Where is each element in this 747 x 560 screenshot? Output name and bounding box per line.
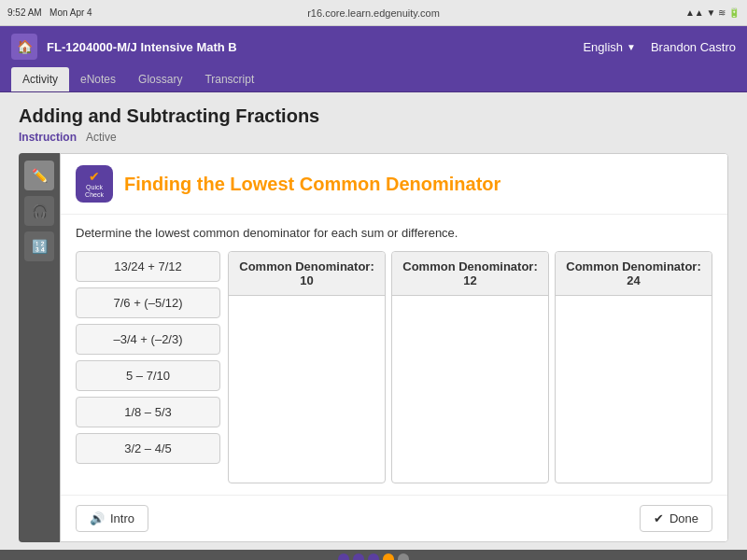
app-header: 🏠 FL-1204000-M/J Intensive Math B Englis…	[0, 26, 747, 67]
drop-column-10[interactable]: Common Denominator: 10	[228, 251, 386, 483]
check-mark-icon: ✔	[89, 170, 100, 183]
column-body-24[interactable]	[556, 296, 712, 483]
intro-button[interactable]: 🔊 Intro	[76, 505, 148, 532]
drop-columns: Common Denominator: 10 Common Denominato…	[228, 251, 712, 483]
fraction-item[interactable]: –3/4 + (–2/3)	[76, 324, 220, 355]
language-selector[interactable]: English ▼	[583, 40, 636, 54]
course-title: FL-1204000-M/J Intensive Math B	[47, 40, 583, 54]
fraction-item[interactable]: 13/24 + 7/12	[76, 251, 220, 282]
quick-check-badge: ✔ QuickCheck	[76, 165, 113, 203]
tab-transcript[interactable]: Transcript	[193, 67, 265, 91]
column-body-12[interactable]	[392, 296, 548, 483]
main-content: Adding and Subtracting Fractions Instruc…	[0, 92, 747, 550]
nav-tabs: Activity eNotes Glossary Transcript	[0, 67, 747, 92]
content-wrapper: ✏️ 🎧 🔢 ✔ QuickCheck Finding the Lowest C…	[19, 153, 728, 542]
intro-label: Intro	[110, 511, 134, 525]
card-footer: 🔊 Intro ✔ Done	[61, 495, 727, 541]
progress-dot[interactable]	[368, 553, 379, 560]
card-title: Finding the Lowest Common Denominator	[124, 174, 500, 195]
column-header-12: Common Denominator: 12	[392, 252, 548, 296]
fraction-item[interactable]: 5 – 7/10	[76, 360, 220, 391]
language-label: English	[583, 40, 623, 54]
drag-drop-area: 13/24 + 7/12 7/6 + (–5/12) –3/4 + (–2/3)…	[76, 251, 712, 483]
done-button[interactable]: ✔ Done	[640, 505, 712, 532]
breadcrumb-status: Active	[86, 131, 117, 144]
column-header-10: Common Denominator: 10	[229, 252, 385, 296]
card-header: ✔ QuickCheck Finding the Lowest Common D…	[61, 154, 727, 215]
chevron-down-icon: ▼	[627, 42, 636, 52]
browser-bar: 9:52 AM Mon Apr 4 r16.core.learn.edgenui…	[0, 0, 747, 26]
column-body-10[interactable]	[229, 296, 385, 483]
drop-column-24[interactable]: Common Denominator: 24	[555, 251, 712, 483]
card-body: Determine the lowest common denominator …	[61, 215, 727, 495]
fraction-list: 13/24 + 7/12 7/6 + (–5/12) –3/4 + (–2/3)…	[76, 251, 220, 483]
progress-dot[interactable]	[338, 553, 349, 560]
fraction-item[interactable]: 3/2 – 4/5	[76, 433, 220, 464]
browser-time: 9:52 AM Mon Apr 4	[7, 7, 92, 18]
progress-dots	[0, 550, 747, 560]
tab-activity[interactable]: Activity	[11, 67, 69, 91]
browser-url: r16.core.learn.edgenuity.com	[307, 7, 440, 19]
tab-enotes[interactable]: eNotes	[69, 67, 127, 91]
page-title: Adding and Subtracting Fractions	[19, 105, 728, 127]
fraction-item[interactable]: 1/8 – 5/3	[76, 397, 220, 427]
fraction-item[interactable]: 7/6 + (–5/12)	[76, 287, 220, 318]
badge-label: QuickCheck	[85, 184, 104, 198]
left-toolbar: ✏️ 🎧 🔢	[19, 153, 60, 542]
progress-dot[interactable]	[353, 553, 364, 560]
status-icons: ▲▲ ▼ ≋ 🔋	[685, 7, 740, 18]
home-icon[interactable]: 🏠	[11, 34, 37, 60]
tab-glossary[interactable]: Glossary	[127, 67, 193, 91]
speaker-icon: 🔊	[90, 511, 105, 525]
calculator-icon[interactable]: 🔢	[24, 231, 54, 261]
pencil-icon[interactable]: ✏️	[24, 161, 54, 190]
progress-dot-active[interactable]	[383, 553, 394, 560]
headphones-icon[interactable]: 🎧	[24, 196, 54, 226]
done-check-icon: ✔	[654, 511, 664, 525]
instruction-text: Determine the lowest common denominator …	[76, 226, 712, 240]
drop-column-12[interactable]: Common Denominator: 12	[391, 251, 549, 483]
progress-dot[interactable]	[398, 553, 409, 560]
column-header-24: Common Denominator: 24	[556, 252, 712, 296]
activity-card: ✔ QuickCheck Finding the Lowest Common D…	[60, 153, 728, 542]
user-name: Brandon Castro	[651, 40, 736, 54]
done-label: Done	[669, 511, 698, 525]
breadcrumb-instruction[interactable]: Instruction	[19, 131, 77, 144]
breadcrumb: Instruction Active	[19, 131, 728, 144]
